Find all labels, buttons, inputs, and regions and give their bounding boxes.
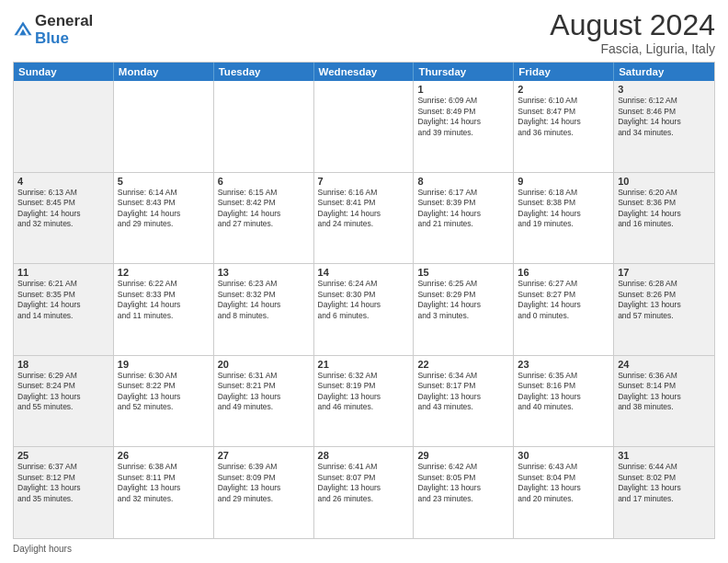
day-number: 9 [518,176,609,187]
cal-cell-empty-0-2 [214,81,314,172]
cal-cell-12: 12Sunrise: 6:22 AM Sunset: 8:33 PM Dayli… [114,264,214,355]
day-number: 4 [17,176,109,187]
main-title: August 2024 [550,9,715,41]
day-number: 28 [318,450,410,461]
day-number: 31 [618,450,711,461]
cal-cell-empty-0-1 [114,81,214,172]
day-info: Sunrise: 6:15 AM Sunset: 8:42 PM Dayligh… [218,188,310,230]
day-info: Sunrise: 6:31 AM Sunset: 8:21 PM Dayligh… [218,371,310,413]
day-info: Sunrise: 6:44 AM Sunset: 8:02 PM Dayligh… [618,462,711,504]
cal-cell-5: 5Sunrise: 6:14 AM Sunset: 8:43 PM Daylig… [114,173,214,264]
cal-week-1: 4Sunrise: 6:13 AM Sunset: 8:45 PM Daylig… [14,173,714,265]
day-info: Sunrise: 6:28 AM Sunset: 8:26 PM Dayligh… [618,279,711,321]
day-number: 27 [218,450,310,461]
cal-header-sunday: Sunday [14,63,114,81]
day-number: 23 [518,359,609,370]
day-info: Sunrise: 6:39 AM Sunset: 8:09 PM Dayligh… [218,462,310,504]
day-info: Sunrise: 6:17 AM Sunset: 8:39 PM Dayligh… [417,188,509,230]
day-info: Sunrise: 6:42 AM Sunset: 8:05 PM Dayligh… [417,462,509,504]
day-info: Sunrise: 6:36 AM Sunset: 8:14 PM Dayligh… [618,371,711,413]
cal-cell-21: 21Sunrise: 6:32 AM Sunset: 8:19 PM Dayli… [314,356,415,447]
cal-week-2: 11Sunrise: 6:21 AM Sunset: 8:35 PM Dayli… [14,264,714,356]
cal-cell-16: 16Sunrise: 6:27 AM Sunset: 8:27 PM Dayli… [514,264,614,355]
day-info: Sunrise: 6:25 AM Sunset: 8:29 PM Dayligh… [417,279,509,321]
cal-cell-29: 29Sunrise: 6:42 AM Sunset: 8:05 PM Dayli… [414,447,514,538]
logo-general: General [35,13,93,30]
day-number: 1 [417,84,509,95]
cal-cell-7: 7Sunrise: 6:16 AM Sunset: 8:41 PM Daylig… [314,173,415,264]
cal-cell-2: 2Sunrise: 6:10 AM Sunset: 8:47 PM Daylig… [514,81,614,172]
day-number: 5 [118,176,210,187]
sub-title: Fascia, Liguria, Italy [550,41,715,56]
cal-cell-14: 14Sunrise: 6:24 AM Sunset: 8:30 PM Dayli… [314,264,415,355]
calendar-body: 1Sunrise: 6:09 AM Sunset: 8:49 PM Daylig… [14,81,714,538]
cal-header-tuesday: Tuesday [214,63,314,81]
cal-cell-22: 22Sunrise: 6:34 AM Sunset: 8:17 PM Dayli… [414,356,514,447]
day-number: 24 [618,359,711,370]
calendar: SundayMondayTuesdayWednesdayThursdayFrid… [13,62,715,539]
day-number: 11 [17,267,109,278]
day-info: Sunrise: 6:24 AM Sunset: 8:30 PM Dayligh… [318,279,410,321]
cal-cell-20: 20Sunrise: 6:31 AM Sunset: 8:21 PM Dayli… [214,356,314,447]
day-info: Sunrise: 6:21 AM Sunset: 8:35 PM Dayligh… [17,279,109,321]
cal-cell-18: 18Sunrise: 6:29 AM Sunset: 8:24 PM Dayli… [14,356,114,447]
day-number: 22 [417,359,509,370]
day-number: 6 [218,176,310,187]
cal-header-thursday: Thursday [414,63,514,81]
day-number: 20 [218,359,310,370]
cal-cell-28: 28Sunrise: 6:41 AM Sunset: 8:07 PM Dayli… [314,447,415,538]
day-info: Sunrise: 6:18 AM Sunset: 8:38 PM Dayligh… [518,188,609,230]
day-number: 14 [318,267,410,278]
cal-cell-17: 17Sunrise: 6:28 AM Sunset: 8:26 PM Dayli… [614,264,714,355]
day-number: 17 [618,267,711,278]
logo-text: General Blue [35,13,93,47]
cal-cell-11: 11Sunrise: 6:21 AM Sunset: 8:35 PM Dayli… [14,264,114,355]
cal-cell-6: 6Sunrise: 6:15 AM Sunset: 8:42 PM Daylig… [214,173,314,264]
day-info: Sunrise: 6:32 AM Sunset: 8:19 PM Dayligh… [318,371,410,413]
day-info: Sunrise: 6:27 AM Sunset: 8:27 PM Dayligh… [518,279,609,321]
cal-week-3: 18Sunrise: 6:29 AM Sunset: 8:24 PM Dayli… [14,356,714,448]
cal-cell-4: 4Sunrise: 6:13 AM Sunset: 8:45 PM Daylig… [14,173,114,264]
day-info: Sunrise: 6:14 AM Sunset: 8:43 PM Dayligh… [118,188,210,230]
page: General Blue August 2024 Fascia, Liguria… [0,0,728,563]
day-number: 26 [118,450,210,461]
title-block: August 2024 Fascia, Liguria, Italy [550,9,715,56]
day-info: Sunrise: 6:22 AM Sunset: 8:33 PM Dayligh… [118,279,210,321]
cal-cell-19: 19Sunrise: 6:30 AM Sunset: 8:22 PM Dayli… [114,356,214,447]
cal-cell-empty-0-0 [14,81,114,172]
footer-note: Daylight hours [13,544,715,554]
header: General Blue August 2024 Fascia, Liguria… [13,9,715,56]
day-number: 3 [618,84,711,95]
day-info: Sunrise: 6:29 AM Sunset: 8:24 PM Dayligh… [17,371,109,413]
day-number: 7 [318,176,410,187]
logo-blue: Blue [35,30,93,48]
day-info: Sunrise: 6:30 AM Sunset: 8:22 PM Dayligh… [118,371,210,413]
cal-cell-13: 13Sunrise: 6:23 AM Sunset: 8:32 PM Dayli… [214,264,314,355]
day-number: 30 [518,450,609,461]
day-info: Sunrise: 6:41 AM Sunset: 8:07 PM Dayligh… [318,462,410,504]
cal-cell-3: 3Sunrise: 6:12 AM Sunset: 8:46 PM Daylig… [614,81,714,172]
day-number: 29 [417,450,509,461]
day-info: Sunrise: 6:12 AM Sunset: 8:46 PM Dayligh… [618,96,711,138]
cal-cell-27: 27Sunrise: 6:39 AM Sunset: 8:09 PM Dayli… [214,447,314,538]
cal-header-saturday: Saturday [614,63,714,81]
cal-cell-24: 24Sunrise: 6:36 AM Sunset: 8:14 PM Dayli… [614,356,714,447]
day-info: Sunrise: 6:16 AM Sunset: 8:41 PM Dayligh… [318,188,410,230]
cal-cell-8: 8Sunrise: 6:17 AM Sunset: 8:39 PM Daylig… [414,173,514,264]
day-info: Sunrise: 6:13 AM Sunset: 8:45 PM Dayligh… [17,188,109,230]
cal-header-friday: Friday [514,63,614,81]
cal-cell-10: 10Sunrise: 6:20 AM Sunset: 8:36 PM Dayli… [614,173,714,264]
cal-cell-15: 15Sunrise: 6:25 AM Sunset: 8:29 PM Dayli… [414,264,514,355]
day-number: 25 [17,450,109,461]
day-number: 13 [218,267,310,278]
cal-cell-empty-0-3 [314,81,415,172]
day-info: Sunrise: 6:37 AM Sunset: 8:12 PM Dayligh… [17,462,109,504]
day-number: 16 [518,267,609,278]
day-number: 2 [518,84,609,95]
day-info: Sunrise: 6:23 AM Sunset: 8:32 PM Dayligh… [218,279,310,321]
day-info: Sunrise: 6:38 AM Sunset: 8:11 PM Dayligh… [118,462,210,504]
cal-cell-1: 1Sunrise: 6:09 AM Sunset: 8:49 PM Daylig… [414,81,514,172]
day-info: Sunrise: 6:35 AM Sunset: 8:16 PM Dayligh… [518,371,609,413]
day-number: 21 [318,359,410,370]
day-number: 15 [417,267,509,278]
